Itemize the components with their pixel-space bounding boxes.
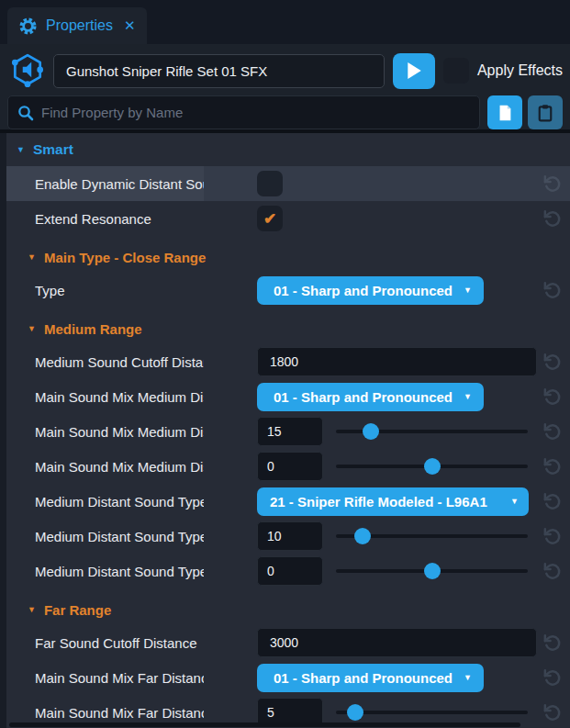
slider-thumb[interactable] bbox=[424, 563, 441, 579]
tab-bar: Properties ✕ bbox=[0, 0, 570, 44]
properties-header: Apply Effects bbox=[0, 44, 570, 129]
paste-properties-button[interactable] bbox=[528, 95, 563, 129]
play-icon bbox=[406, 62, 422, 80]
section-label: Medium Range bbox=[44, 321, 142, 337]
apply-effects-label: Apply Effects bbox=[477, 62, 563, 79]
collapse-arrow-icon: ▼ bbox=[28, 324, 36, 333]
value-input[interactable] bbox=[257, 452, 323, 481]
dropdown-value: 01 - Sharp and Pronounced bbox=[274, 283, 453, 298]
paste-clipboard-icon bbox=[536, 103, 554, 123]
close-icon[interactable]: ✕ bbox=[124, 17, 136, 34]
slider[interactable] bbox=[336, 556, 528, 586]
value-input[interactable] bbox=[257, 417, 323, 446]
property-label: Extend Resonance bbox=[35, 211, 204, 227]
section-label: Far Range bbox=[44, 602, 111, 618]
property-row: Medium Distant Sound Type bbox=[6, 519, 570, 554]
chevron-down-icon: ▼ bbox=[510, 497, 519, 506]
sound-object-icon bbox=[11, 52, 44, 89]
property-search bbox=[7, 95, 480, 129]
property-row: Far Sound Cutoff Distance bbox=[6, 625, 570, 660]
property-label: Main Sound Mix Medium Distance bbox=[35, 424, 204, 440]
property-row: Type 01 - Sharp and Pronounced ▼ bbox=[6, 273, 570, 308]
search-input[interactable] bbox=[41, 105, 470, 120]
mix-type-dropdown[interactable]: 01 - Sharp and Pronounced ▼ bbox=[257, 383, 484, 411]
check-icon: ✔ bbox=[263, 211, 276, 227]
property-label: Main Sound Mix Far Distance bbox=[35, 705, 204, 721]
chevron-down-icon: ▼ bbox=[464, 673, 472, 682]
reset-icon[interactable] bbox=[542, 667, 563, 689]
chevron-down-icon: ▼ bbox=[464, 286, 472, 295]
value-input[interactable] bbox=[257, 628, 537, 657]
slider[interactable] bbox=[336, 521, 528, 551]
section-main-type-close-range[interactable]: ▼ Main Type - Close Range bbox=[6, 243, 570, 271]
object-name-input[interactable] bbox=[53, 54, 385, 88]
left-gutter bbox=[0, 133, 6, 728]
slider-thumb[interactable] bbox=[424, 458, 441, 475]
reset-icon[interactable] bbox=[542, 386, 563, 408]
play-button[interactable] bbox=[393, 53, 435, 89]
property-label: Medium Distant Sound Type bbox=[35, 564, 204, 579]
dropdown-value: 01 - Sharp and Pronounced bbox=[274, 389, 453, 405]
value-input[interactable] bbox=[257, 347, 537, 376]
checkbox[interactable] bbox=[257, 171, 283, 196]
section-label: Main Type - Close Range bbox=[44, 250, 206, 265]
property-label: Type bbox=[35, 283, 204, 298]
horizontal-scrollbar[interactable] bbox=[9, 722, 520, 727]
copy-properties-button[interactable] bbox=[487, 95, 522, 129]
property-label: Main Sound Mix Medium Distance bbox=[35, 389, 204, 405]
slider-track bbox=[336, 711, 528, 714]
gear-icon bbox=[18, 17, 38, 36]
reset-icon[interactable] bbox=[542, 702, 563, 723]
property-label: Medium Sound Cutoff Distance bbox=[35, 354, 204, 370]
apply-effects-checkbox[interactable] bbox=[443, 58, 469, 84]
value-input[interactable] bbox=[257, 556, 323, 586]
property-row: Medium Sound Cutoff Distance bbox=[6, 344, 570, 379]
property-label: Medium Distant Sound Type bbox=[35, 494, 204, 510]
property-list: ▼ Smart Enable Dynamic Distant Sound Ext… bbox=[0, 133, 570, 728]
slider[interactable] bbox=[336, 452, 528, 481]
reset-icon[interactable] bbox=[542, 352, 563, 373]
reset-icon[interactable] bbox=[542, 561, 563, 582]
property-row: Main Sound Mix Medium Distance bbox=[6, 414, 570, 449]
reset-icon[interactable] bbox=[542, 491, 563, 512]
slider-thumb[interactable] bbox=[354, 528, 371, 544]
section-smart[interactable]: ▼ Smart bbox=[6, 133, 570, 166]
property-label: Medium Distant Sound Type bbox=[35, 529, 204, 544]
dropdown-value: 01 - Sharp and Pronounced bbox=[274, 670, 453, 686]
section-medium-range[interactable]: ▼ Medium Range bbox=[6, 315, 570, 342]
collapse-arrow-icon: ▼ bbox=[28, 605, 36, 614]
type-dropdown[interactable]: 01 - Sharp and Pronounced ▼ bbox=[257, 276, 484, 305]
property-row: Enable Dynamic Distant Sound bbox=[6, 166, 570, 201]
property-row: Medium Distant Sound Type bbox=[6, 554, 570, 588]
reset-icon[interactable] bbox=[542, 174, 563, 195]
reset-icon[interactable] bbox=[542, 633, 563, 654]
tab-properties[interactable]: Properties ✕ bbox=[7, 7, 147, 44]
collapse-arrow-icon: ▼ bbox=[17, 145, 25, 154]
value-input[interactable] bbox=[257, 521, 323, 551]
reset-icon[interactable] bbox=[542, 526, 563, 547]
reset-icon[interactable] bbox=[542, 421, 563, 442]
property-row: Main Sound Mix Far Distance 01 - Sharp a… bbox=[6, 660, 570, 695]
section-far-range[interactable]: ▼ Far Range bbox=[6, 596, 570, 623]
reset-icon[interactable] bbox=[542, 280, 563, 301]
reset-icon[interactable] bbox=[542, 208, 563, 230]
copy-document-icon bbox=[496, 103, 514, 123]
property-row: Main Sound Mix Medium Distance 01 - Shar… bbox=[6, 379, 570, 414]
distant-sound-type-dropdown[interactable]: 21 - Sniper Rifle Modeled - L96A1 ▼ bbox=[257, 487, 529, 516]
property-label: Enable Dynamic Distant Sound bbox=[35, 176, 204, 192]
property-row: Extend Resonance ✔ bbox=[6, 201, 570, 236]
property-label: Main Sound Mix Medium Distance bbox=[35, 459, 204, 475]
mix-type-dropdown[interactable]: 01 - Sharp and Pronounced ▼ bbox=[257, 664, 484, 692]
chevron-down-icon: ▼ bbox=[464, 392, 472, 401]
dropdown-value: 21 - Sniper Rifle Modeled - L96A1 bbox=[270, 494, 487, 510]
slider-thumb[interactable] bbox=[363, 423, 379, 440]
checkbox[interactable]: ✔ bbox=[257, 206, 283, 231]
collapse-arrow-icon: ▼ bbox=[28, 252, 36, 262]
reset-icon[interactable] bbox=[542, 456, 563, 477]
slider-thumb[interactable] bbox=[347, 704, 363, 721]
property-label: Main Sound Mix Far Distance bbox=[35, 670, 204, 686]
property-row: Medium Distant Sound Type 21 - Sniper Ri… bbox=[6, 484, 570, 519]
property-label: Far Sound Cutoff Distance bbox=[35, 635, 204, 651]
slider[interactable] bbox=[336, 417, 528, 446]
property-row: Main Sound Mix Medium Distance bbox=[6, 449, 570, 484]
